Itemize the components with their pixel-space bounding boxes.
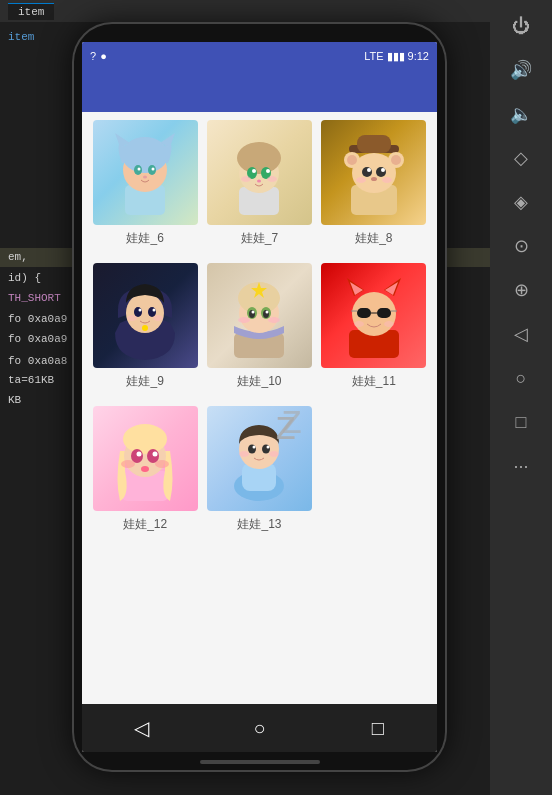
- svg-point-53: [268, 317, 280, 323]
- svg-point-29: [376, 167, 386, 177]
- tab-item[interactable]: item: [8, 3, 54, 20]
- svg-point-37: [148, 307, 156, 317]
- svg-point-42: [153, 315, 163, 321]
- svg-point-32: [371, 177, 377, 181]
- svg-point-9: [143, 176, 147, 179]
- svg-point-84: [267, 446, 270, 449]
- item-image-10[interactable]: [207, 263, 312, 368]
- item-image-8[interactable]: [321, 120, 426, 225]
- volume-down-icon[interactable]: 🔈: [503, 96, 539, 132]
- svg-point-8: [152, 168, 155, 171]
- svg-point-52: [238, 317, 250, 323]
- lte-label: LTE: [364, 50, 383, 62]
- svg-point-70: [123, 424, 167, 454]
- square-icon[interactable]: □: [503, 404, 539, 440]
- list-item[interactable]: z z 娃娃_13: [207, 406, 312, 541]
- item-label-12: 娃娃_12: [123, 516, 167, 533]
- svg-point-28: [362, 167, 372, 177]
- phone-frame: ? ● LTE ▮▮▮ 9:12: [72, 22, 447, 772]
- item-image-13[interactable]: z z: [207, 406, 312, 511]
- play-back-icon[interactable]: ◁: [503, 316, 539, 352]
- list-item[interactable]: 娃娃_10: [207, 263, 312, 398]
- status-right: LTE ▮▮▮ 9:12: [364, 50, 429, 63]
- svg-point-40: [142, 325, 148, 331]
- diamond-icon[interactable]: ◇: [503, 140, 539, 176]
- anime-face-13: z z: [207, 406, 312, 511]
- title-bar: item: [0, 0, 490, 22]
- home-button[interactable]: ○: [234, 708, 284, 748]
- item-label-11: 娃娃_11: [352, 373, 396, 390]
- item-label-8: 娃娃_8: [355, 230, 392, 247]
- svg-point-12: [237, 142, 281, 174]
- item-image-12[interactable]: [93, 406, 198, 511]
- grid-row-2: 娃娃_9: [82, 255, 437, 398]
- list-item[interactable]: 娃娃_9: [93, 263, 198, 398]
- anime-face-8: [321, 120, 426, 225]
- phone-bottom-bar: [200, 760, 320, 764]
- svg-point-50: [252, 311, 255, 314]
- item-label-10: 娃娃_10: [237, 373, 281, 390]
- item-label-9: 娃娃_9: [126, 373, 163, 390]
- list-item[interactable]: 娃娃_12: [93, 406, 198, 541]
- anime-face-11: [321, 263, 426, 368]
- svg-point-15: [252, 169, 256, 173]
- right-toolbar: ⏻ 🔊 🔈 ◇ ◈ ⊙ ⊕ ◁ ○ □ ···: [490, 0, 552, 795]
- battery-icon: ▮▮▮: [387, 50, 405, 63]
- item-image-11[interactable]: [321, 263, 426, 368]
- svg-point-27: [391, 155, 401, 165]
- camera-icon[interactable]: ⊙: [503, 228, 539, 264]
- list-item[interactable]: 娃娃_8: [321, 120, 426, 255]
- list-item-empty: [321, 406, 426, 541]
- back-button[interactable]: ◁: [116, 708, 166, 748]
- anime-face-9: [93, 263, 198, 368]
- circle-icon[interactable]: ○: [503, 360, 539, 396]
- svg-point-74: [153, 452, 158, 457]
- svg-point-19: [267, 176, 277, 182]
- status-bar: ? ● LTE ▮▮▮ 9:12: [82, 42, 437, 70]
- list-item[interactable]: 娃娃_7: [207, 120, 312, 255]
- svg-point-17: [257, 180, 261, 183]
- anime-face-6: [93, 120, 198, 225]
- volume-up-icon[interactable]: 🔊: [503, 52, 539, 88]
- status-question: ?: [90, 50, 96, 62]
- app-bar: [82, 70, 437, 112]
- svg-point-51: [266, 311, 269, 314]
- zoom-in-icon[interactable]: ⊕: [503, 272, 539, 308]
- svg-point-36: [134, 307, 142, 317]
- svg-point-83: [253, 446, 256, 449]
- svg-point-34: [382, 177, 392, 183]
- list-item[interactable]: 娃娃_11: [321, 263, 426, 398]
- svg-point-7: [138, 168, 141, 171]
- grid-row-1: 娃娃_6: [82, 112, 437, 255]
- eraser-icon[interactable]: ◈: [503, 184, 539, 220]
- recent-button[interactable]: □: [353, 708, 403, 748]
- svg-point-72: [147, 449, 159, 463]
- list-item[interactable]: 娃娃_6: [93, 120, 198, 255]
- svg-point-41: [127, 315, 137, 321]
- anime-face-10: [207, 263, 312, 368]
- grid-content[interactable]: 娃娃_6: [82, 112, 437, 704]
- nav-bar: ◁ ○ □: [82, 704, 437, 752]
- svg-point-18: [241, 176, 251, 182]
- svg-point-76: [155, 460, 169, 468]
- time-display: 9:12: [408, 50, 429, 62]
- item-image-6[interactable]: [93, 120, 198, 225]
- phone-screen: ? ● LTE ▮▮▮ 9:12: [82, 42, 437, 752]
- svg-rect-62: [377, 308, 391, 318]
- svg-point-33: [356, 177, 366, 183]
- svg-point-30: [367, 168, 371, 172]
- power-icon[interactable]: ⏻: [503, 8, 539, 44]
- more-icon[interactable]: ···: [503, 448, 539, 484]
- svg-point-71: [131, 449, 143, 463]
- svg-point-39: [153, 309, 156, 312]
- svg-point-31: [381, 168, 385, 172]
- anime-face-12: [93, 406, 198, 511]
- item-image-7[interactable]: [207, 120, 312, 225]
- svg-point-85: [239, 451, 249, 457]
- item-image-9[interactable]: [93, 263, 198, 368]
- status-left: ? ●: [90, 50, 107, 62]
- anime-face-7: [207, 120, 312, 225]
- svg-point-67: [384, 321, 394, 327]
- svg-point-16: [266, 169, 270, 173]
- item-label-13: 娃娃_13: [237, 516, 281, 533]
